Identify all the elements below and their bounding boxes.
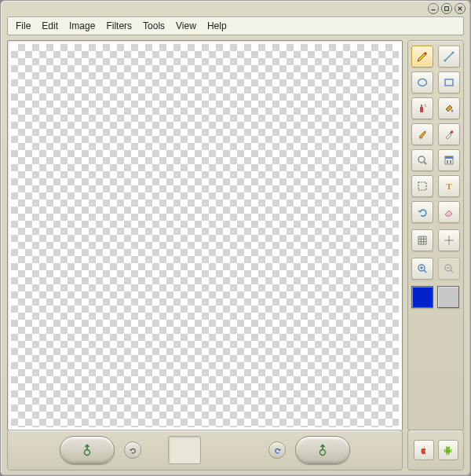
svg-rect-39	[451, 449, 451, 452]
ellipse-tool[interactable]	[411, 71, 433, 93]
svg-point-35	[320, 450, 326, 456]
select-tool[interactable]	[411, 175, 433, 197]
platform-pad	[407, 430, 464, 471]
apple-button[interactable]	[414, 440, 434, 460]
svg-rect-20	[450, 160, 451, 163]
eraser-tool[interactable]	[438, 201, 460, 223]
zoom-in-button[interactable]	[411, 258, 433, 280]
eyedropper-icon	[443, 128, 455, 141]
fill-icon	[443, 102, 455, 115]
fill-tool[interactable]	[438, 97, 460, 119]
svg-line-42	[446, 445, 447, 446]
svg-text:T: T	[446, 181, 452, 191]
android-button[interactable]	[438, 440, 458, 460]
tool-panel: T	[407, 40, 464, 431]
crosshair-icon	[443, 234, 455, 247]
close-button[interactable]	[455, 3, 466, 14]
preview-slot	[168, 436, 201, 464]
svg-point-7	[418, 79, 427, 86]
background-color[interactable]	[437, 286, 459, 308]
grid-toggle[interactable]	[411, 229, 433, 251]
svg-rect-21	[418, 182, 426, 190]
svg-line-16	[424, 162, 426, 164]
eraser-icon	[443, 206, 455, 218]
svg-point-12	[425, 106, 426, 107]
spray-tool[interactable]	[411, 97, 433, 119]
maximize-button[interactable]	[441, 3, 452, 14]
menubar: File Edit Image Filters Tools View Help	[7, 16, 464, 35]
foreground-color[interactable]	[411, 286, 433, 308]
svg-point-5	[444, 60, 446, 62]
svg-point-11	[424, 104, 425, 105]
svg-rect-10	[421, 104, 422, 107]
zoom-in-icon	[416, 262, 429, 275]
svg-rect-9	[420, 107, 423, 112]
svg-rect-19	[447, 160, 448, 163]
svg-rect-38	[444, 449, 445, 452]
menu-image[interactable]: Image	[64, 20, 100, 32]
line-tool[interactable]	[438, 46, 460, 68]
minimize-icon	[430, 5, 436, 12]
canvas-frame	[7, 40, 403, 431]
menu-filters[interactable]: Filters	[101, 20, 137, 32]
app-window: File Edit Image Filters Tools View Help	[0, 0, 471, 476]
pencil-tool[interactable]	[411, 46, 433, 68]
redo-button[interactable]	[268, 441, 286, 459]
redo-small-icon	[273, 446, 282, 455]
rectangle-icon	[443, 76, 455, 89]
crosshair-toggle[interactable]	[438, 229, 460, 251]
grid-icon	[416, 234, 429, 247]
svg-line-4	[445, 53, 453, 60]
zoom-grid	[411, 258, 460, 280]
menu-view[interactable]: View	[171, 20, 201, 32]
color-swatches	[411, 286, 460, 308]
menu-tools[interactable]: Tools	[138, 20, 170, 32]
undo-tool[interactable]	[411, 201, 433, 223]
svg-point-15	[418, 156, 425, 163]
svg-line-31	[451, 270, 453, 273]
titlebar	[1, 1, 470, 15]
magnifier-icon	[416, 154, 429, 167]
undo-icon	[416, 206, 429, 218]
zoom-out-icon	[443, 262, 455, 275]
zoom-out-button[interactable]	[438, 258, 460, 280]
svg-rect-8	[445, 79, 453, 86]
text-icon: T	[443, 180, 455, 192]
menu-help[interactable]: Help	[203, 20, 232, 32]
brush-tool[interactable]	[411, 123, 433, 145]
svg-point-13	[425, 104, 425, 104]
svg-line-27	[424, 270, 426, 273]
menu-edit[interactable]: Edit	[37, 20, 63, 32]
apple-icon	[418, 445, 429, 456]
next-button[interactable]	[295, 436, 350, 464]
line-icon	[443, 50, 455, 63]
undo-button[interactable]	[124, 441, 141, 459]
zoom-tool[interactable]	[411, 149, 433, 171]
svg-rect-37	[446, 449, 451, 453]
maximize-icon	[444, 5, 450, 12]
up-arrow-icon	[80, 443, 94, 457]
svg-rect-18	[445, 156, 453, 159]
canvas[interactable]	[11, 44, 399, 427]
menu-file[interactable]: File	[11, 20, 35, 32]
tool-grid: T	[411, 46, 460, 223]
svg-point-6	[451, 52, 454, 54]
eyedropper-tool[interactable]	[438, 123, 460, 145]
bottom-main	[7, 430, 403, 471]
spray-icon	[416, 102, 429, 115]
close-icon	[457, 5, 463, 12]
prev-button[interactable]	[60, 436, 115, 464]
svg-rect-1	[445, 7, 449, 11]
svg-line-43	[449, 445, 450, 446]
brush-icon	[416, 128, 429, 141]
android-icon	[442, 445, 454, 456]
sliders-icon	[443, 154, 455, 167]
color-adjust-tool[interactable]	[438, 149, 460, 171]
rectangle-tool[interactable]	[438, 71, 460, 93]
svg-point-33	[85, 450, 90, 456]
minimize-button[interactable]	[428, 3, 439, 14]
up-arrow-icon	[316, 443, 330, 457]
svg-point-25	[448, 240, 450, 241]
svg-rect-40	[447, 452, 447, 455]
text-tool[interactable]: T	[438, 175, 460, 197]
